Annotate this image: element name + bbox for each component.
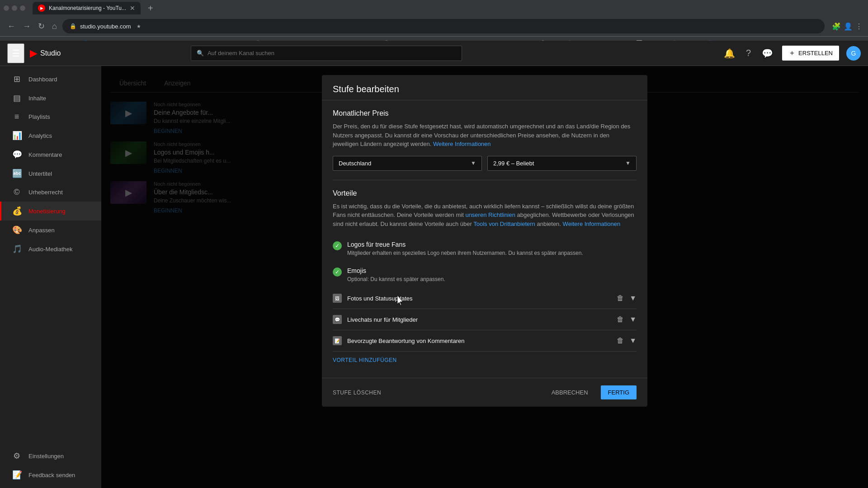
modal: Stufe bearbeiten Monatlicher Preis Der P… [322,75,647,407]
create-button[interactable]: ＋ ERSTELLEN [782,46,839,61]
sidebar-item-inhalte[interactable]: ▤ Inhalte [0,89,101,108]
sidebar-item-urheberrecht[interactable]: © Urheberrecht [0,183,101,202]
browser-chrome: ▶ Kanalmonetarisierung - YouTu... ✕ + ← … [0,0,868,41]
add-benefit-link[interactable]: VORTEIL HINZUFÜGEN [333,352,637,369]
fotos-delete-button[interactable]: 🗑 [615,292,626,304]
feature-kommentare: 📝 Bevorzugte Beantwortung von Kommentare… [333,330,637,352]
forward-button[interactable]: → [21,20,33,33]
lock-icon: 🔒 [70,23,76,29]
fotos-actions: 🗑 ▼ [615,292,637,304]
back-button[interactable]: ← [5,20,17,33]
inhalte-icon: ▤ [12,93,21,103]
anpassen-icon: 🎨 [12,225,21,235]
create-label: ERSTELLEN [798,50,833,56]
country-dropdown-arrow: ▼ [471,160,476,166]
kommentare-label: Bevorzugte Beantwortung von Kommentaren [347,338,609,344]
benefit-subtitle-logos: Mitglieder erhalten ein spezielles Logo … [347,250,637,256]
country-dropdown[interactable]: Deutschland ▼ [333,156,482,171]
sidebar-item-kommentare[interactable]: 💬 Kommentare [0,145,101,164]
sidebar-label-analytics: Analytics [28,132,52,139]
sidebar-label-kommentare: Kommentare [28,151,62,158]
modal-title: Stufe bearbeiten [333,84,637,94]
playlists-icon: ≡ [12,112,21,122]
sidebar-item-untertitel[interactable]: 🔤 Untertitel [0,164,101,183]
livechat-expand-icon[interactable]: ▼ [629,315,637,324]
sidebar-item-audio[interactable]: 🎵 Audio-Mediathek [0,239,101,258]
fotos-icon: 🖼 [333,294,342,303]
sidebar-item-anpassen[interactable]: 🎨 Anpassen [0,221,101,239]
avatar[interactable]: G [846,46,861,61]
header-right: 🔔 ? 💬 ＋ ERSTELLEN G [722,46,861,61]
new-tab-button[interactable]: + [144,3,157,14]
modal-body[interactable]: Monatlicher Preis Der Preis, den du für … [322,100,647,378]
hamburger-button[interactable]: ☰ [7,43,24,63]
kommentare-feature-icon: 📝 [333,336,342,345]
feature-livechat: 💬 Livechats nur für Mitglieder 🗑 ▼ [333,309,637,330]
tools-link[interactable]: Tools von Drittanbietern [473,221,535,227]
urheberrecht-icon: © [12,188,21,197]
benefit-title-emojis: Emojis [347,267,637,274]
cancel-button[interactable]: ABBRECHEN [544,385,595,399]
untertitel-icon: 🔤 [12,169,21,178]
price-dropdown[interactable]: 2,99 € – Beliebt ▼ [487,156,637,171]
benefit-item-emojis: ✓ Emojis Optional: Du kannst es später a… [333,262,637,288]
search-icon: 🔍 [197,50,204,56]
search-box[interactable]: 🔍 [191,46,462,61]
benefit-info-logos: Logos für treue Fans Mitglieder erhalten… [347,241,637,256]
delete-stage-button[interactable]: STUFE LÖSCHEN [333,389,381,396]
sidebar-item-analytics[interactable]: 📊 Analytics [0,126,101,145]
menu-icon[interactable]: ⋮ [855,22,863,31]
benefit-check-icon-1: ✓ [333,241,342,250]
monthly-price-section: Monatlicher Preis Der Preis, den du für … [333,100,637,180]
window-minimize[interactable] [4,5,9,11]
tab-close-icon[interactable]: ✕ [130,5,135,12]
help-icon[interactable]: ? [744,46,753,60]
sidebar-label-einstellungen: Einstellungen [28,453,64,460]
sidebar-label-urheberrecht: Urheberrecht [28,189,63,196]
home-button[interactable]: ⌂ [50,20,59,33]
feedback-nav-icon: 📝 [12,470,21,480]
richtlinien-link[interactable]: unseren Richtlinien [465,211,515,218]
window-close[interactable] [20,5,25,11]
sidebar-item-dashboard[interactable]: ⊞ Dashboard [0,70,101,89]
livechat-label: Livechats nur für Mitglieder [347,316,609,323]
yt-icon: ▶ [30,47,38,59]
feedback-icon[interactable]: 💬 [760,46,775,61]
yt-app: ☰ ▶ Studio 🔍 🔔 ? 💬 ＋ ERSTELLEN G [0,41,868,488]
more-info-link[interactable]: Weitere Informationen [433,141,491,147]
reload-button[interactable]: ↻ [36,19,47,33]
benefits-title: Vorteile [333,189,637,197]
price-value: 2,99 € – Beliebt [493,160,534,167]
window-maximize[interactable] [12,5,17,11]
search-input[interactable] [208,50,456,56]
monthly-price-title: Monatlicher Preis [333,109,637,117]
einstellungen-icon: ⚙ [12,451,21,461]
kommentare-expand-icon[interactable]: ▼ [629,337,637,345]
star-icon[interactable]: ★ [137,23,141,29]
sidebar-item-playlists[interactable]: ≡ Playlists [0,108,101,126]
browser-toolbar: ← → ↻ ⌂ 🔒 studio.youtube.com ★ 🧩 👤 ⋮ [0,16,868,36]
yt-logo: ▶ Studio [30,47,61,59]
sidebar-item-feedback[interactable]: 📝 Feedback senden [0,465,101,484]
fotos-expand-icon[interactable]: ▼ [629,294,637,302]
profile-icon[interactable]: 👤 [844,22,853,31]
extensions-icon[interactable]: 🧩 [832,22,841,31]
notifications-icon[interactable]: 🔔 [722,46,737,61]
fotos-label: Fotos und Statusupdates [347,295,609,302]
monetisierung-icon: 💰 [12,206,21,216]
address-bar[interactable]: 🔒 studio.youtube.com ★ [62,19,825,33]
yt-content: Übersicht Anzeigen ▶ Noch nicht begonnen… [101,66,868,488]
done-button[interactable]: FERTIG [601,385,637,399]
livechat-delete-button[interactable]: 🗑 [615,314,626,325]
sidebar-item-monetisierung[interactable]: 💰 Monetisierung [0,202,101,221]
kommentare-delete-button[interactable]: 🗑 [615,335,626,347]
sidebar-label-monetisierung: Monetisierung [28,208,66,215]
weitere-info-link[interactable]: Weitere Informationen [563,221,621,227]
benefit-check-icon-2: ✓ [333,267,342,277]
sidebar-label-playlists: Playlists [28,113,50,120]
kommentare-icon: 💬 [12,150,21,160]
audio-icon: 🎵 [12,244,21,254]
sidebar-item-einstellungen[interactable]: ⚙ Einstellungen [0,446,101,465]
browser-tab-active[interactable]: ▶ Kanalmonetarisierung - YouTu... ✕ [33,2,141,14]
sidebar-label-inhalte: Inhalte [28,95,46,102]
